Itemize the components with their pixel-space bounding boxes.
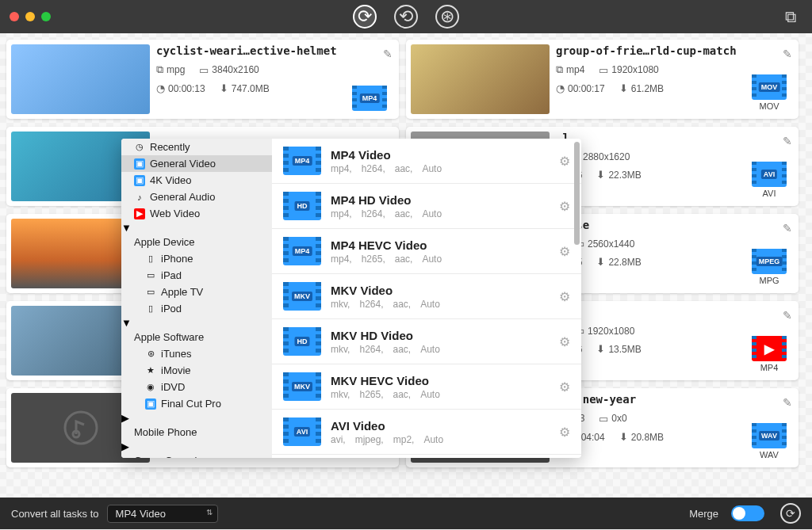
category-icon: ◉ bbox=[145, 382, 156, 393]
output-format-badge[interactable]: WAVWAV bbox=[749, 423, 789, 459]
format-option[interactable]: AVIAVI Videoavi,mjpeg,mp2,Auto⚙ bbox=[272, 410, 581, 455]
gear-icon[interactable]: ⚙ bbox=[559, 334, 570, 349]
format-icon: MP4 bbox=[283, 147, 321, 175]
category-icon: ▣ bbox=[134, 175, 145, 186]
category-icon: ▣ bbox=[134, 158, 145, 170]
category-icon: ⊛ bbox=[145, 349, 156, 360]
gear-icon[interactable]: ⚙ bbox=[559, 425, 570, 440]
convert-mode-icon[interactable]: ⟳ bbox=[353, 5, 377, 29]
convert-all-label: Convert all tasks to bbox=[11, 508, 99, 520]
format-category-sidebar: ◷Recently▣General Video▣4K Video♪General… bbox=[121, 139, 272, 458]
merge-label: Merge bbox=[689, 508, 718, 520]
category-icon: ◷ bbox=[134, 142, 145, 153]
format-icon: HD bbox=[283, 192, 321, 220]
size-icon: ⬇ bbox=[220, 82, 228, 94]
category-item[interactable]: ◷Recently bbox=[121, 139, 272, 155]
category-item[interactable]: ♪General Audio bbox=[121, 189, 272, 205]
card-title: …l bbox=[556, 132, 794, 144]
category-icon: ▶ bbox=[134, 208, 145, 219]
gear-icon[interactable]: ⚙ bbox=[559, 244, 570, 259]
category-item[interactable]: ▶Web Video bbox=[121, 205, 272, 222]
toolbox-mode-icon[interactable]: ⊛ bbox=[435, 5, 459, 29]
edit-icon[interactable]: ✎ bbox=[783, 222, 792, 234]
category-item[interactable]: Game Console bbox=[121, 452, 272, 458]
category-item[interactable]: ★iMovie bbox=[121, 362, 272, 379]
minimize-window-button[interactable] bbox=[25, 12, 35, 21]
convert-all-select[interactable]: MP4 Video bbox=[107, 505, 218, 523]
start-button[interactable]: ⟳ bbox=[780, 503, 801, 524]
category-icon: ▯ bbox=[145, 303, 156, 315]
mode-tabs: ⟳ ⟲ ⊛ bbox=[353, 5, 459, 29]
resolution-icon: ▭ bbox=[199, 64, 209, 76]
svg-point-0 bbox=[65, 412, 97, 444]
format-icon: HD bbox=[283, 327, 321, 356]
titlebar: ⟳ ⟲ ⊛ ⧉ bbox=[0, 0, 812, 33]
category-item[interactable]: ▭Apple TV bbox=[121, 284, 272, 300]
card-title: …f bbox=[556, 306, 794, 318]
category-item[interactable]: ▭iPad bbox=[121, 267, 272, 284]
maximize-window-button[interactable] bbox=[41, 12, 51, 21]
format-option[interactable]: MKVMKV HEVC Videomkv,h265,aac,Auto⚙ bbox=[272, 364, 581, 410]
format-option[interactable]: MP4MP4 HEVC Videomp4,h265,aac,Auto⚙ bbox=[272, 229, 581, 274]
gear-icon[interactable]: ⚙ bbox=[559, 199, 570, 214]
format-picker-dropdown: ◷Recently▣General Video▣4K Video♪General… bbox=[121, 139, 581, 458]
card-title: cyclist-weari…ective-helmet bbox=[156, 44, 394, 57]
edit-icon[interactable]: ✎ bbox=[783, 48, 792, 60]
category-item[interactable]: ⊛iTunes bbox=[121, 345, 272, 362]
category-item[interactable]: Mobile Phone bbox=[121, 424, 272, 440]
format-option[interactable]: HDMP4 HD Videomp4,h264,aac,Auto⚙ bbox=[272, 184, 581, 229]
edit-icon[interactable]: ✎ bbox=[783, 396, 792, 409]
card-title: group-of-frie…rld-cup-match bbox=[556, 44, 794, 57]
media-card[interactable]: group-of-frie…rld-cup-match ✎ ⧉mp4 ▭1920… bbox=[406, 40, 799, 119]
format-option[interactable]: HDMKV HD Videomkv,h264,aac,Auto⚙ bbox=[272, 319, 581, 364]
close-window-button[interactable] bbox=[10, 12, 19, 21]
format-icon: AVI bbox=[283, 418, 321, 446]
scrollbar-thumb[interactable] bbox=[574, 142, 580, 245]
gear-icon[interactable]: ⚙ bbox=[559, 289, 570, 304]
workspace: cyclist-weari…ective-helmet ✎ ⧉mpg ▭3840… bbox=[0, 33, 812, 498]
window-controls bbox=[10, 12, 51, 21]
card-title: …rise bbox=[556, 219, 794, 231]
gear-icon[interactable]: ⚙ bbox=[559, 379, 570, 395]
category-icon: ★ bbox=[145, 365, 156, 376]
output-format-badge[interactable]: ▶MP4 bbox=[749, 336, 789, 372]
category-icon: ♪ bbox=[134, 192, 145, 203]
output-format-badge[interactable]: AVIAVI bbox=[749, 162, 789, 198]
category-icon: ▣ bbox=[145, 398, 156, 410]
format-icon: MP4 bbox=[283, 237, 321, 265]
edit-icon[interactable]: ✎ bbox=[783, 135, 792, 147]
format-icon: MKV bbox=[283, 372, 321, 401]
output-format-badge[interactable]: MOVMOV bbox=[749, 74, 789, 111]
thumbnail bbox=[411, 44, 550, 114]
category-item[interactable]: Apple Device bbox=[121, 234, 272, 250]
format-icon: MKV bbox=[283, 282, 321, 311]
format-icon: ⧉ bbox=[156, 63, 163, 76]
category-item[interactable]: ▣General Video bbox=[121, 155, 272, 172]
gear-icon[interactable]: ⚙ bbox=[559, 154, 570, 169]
category-icon: ▭ bbox=[145, 270, 156, 281]
thumbnail bbox=[11, 44, 150, 114]
category-item[interactable]: ▯iPhone bbox=[121, 250, 272, 267]
category-item[interactable]: ▣Final Cut Pro bbox=[121, 395, 272, 412]
category-item[interactable]: ▯iPod bbox=[121, 300, 272, 317]
category-icon: ▭ bbox=[145, 287, 156, 298]
card-title: …py-new-year bbox=[556, 393, 794, 406]
format-option[interactable]: MP4MP4 Videomp4,h264,aac,Auto⚙ bbox=[272, 139, 581, 184]
category-icon: ▯ bbox=[145, 254, 156, 265]
category-item[interactable]: ▣4K Video bbox=[121, 172, 272, 189]
format-option[interactable]: MKVMKV Videomkv,h264,aac,Auto⚙ bbox=[272, 274, 581, 319]
edit-icon[interactable]: ✎ bbox=[383, 48, 393, 60]
category-item[interactable]: ◉iDVD bbox=[121, 379, 272, 395]
category-item[interactable]: Apple Software bbox=[121, 329, 272, 345]
download-mode-icon[interactable]: ⟲ bbox=[394, 5, 418, 29]
output-format-badge[interactable]: MP4 bbox=[350, 86, 389, 111]
duration-icon: ◔ bbox=[156, 82, 165, 94]
bottom-bar: Convert all tasks to MP4 Video Merge ⟳ bbox=[0, 498, 812, 529]
library-icon[interactable]: ⧉ bbox=[779, 5, 802, 29]
edit-icon[interactable]: ✎ bbox=[783, 309, 792, 322]
format-list: MP4MP4 Videomp4,h264,aac,Auto⚙HDMP4 HD V… bbox=[272, 139, 581, 458]
merge-toggle[interactable] bbox=[731, 505, 764, 521]
media-card[interactable]: cyclist-weari…ective-helmet ✎ ⧉mpg ▭3840… bbox=[6, 40, 399, 119]
output-format-badge[interactable]: MPEGMPG bbox=[749, 249, 789, 285]
